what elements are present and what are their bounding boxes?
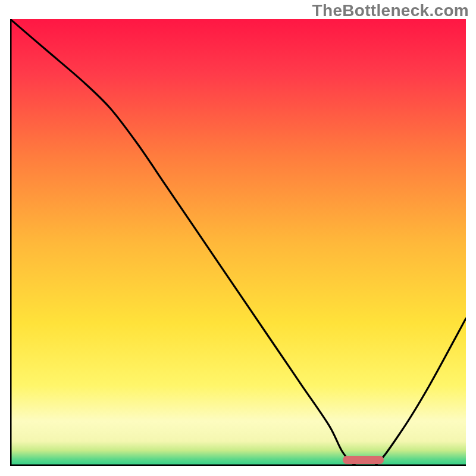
- bottleneck-curve: [10, 19, 466, 466]
- watermark-text: TheBottleneck.com: [312, 1, 469, 20]
- plot-area: [10, 19, 466, 466]
- optimal-range-marker: [343, 456, 384, 464]
- chart-container: TheBottleneck.com: [0, 0, 476, 476]
- curve-layer: [10, 19, 466, 466]
